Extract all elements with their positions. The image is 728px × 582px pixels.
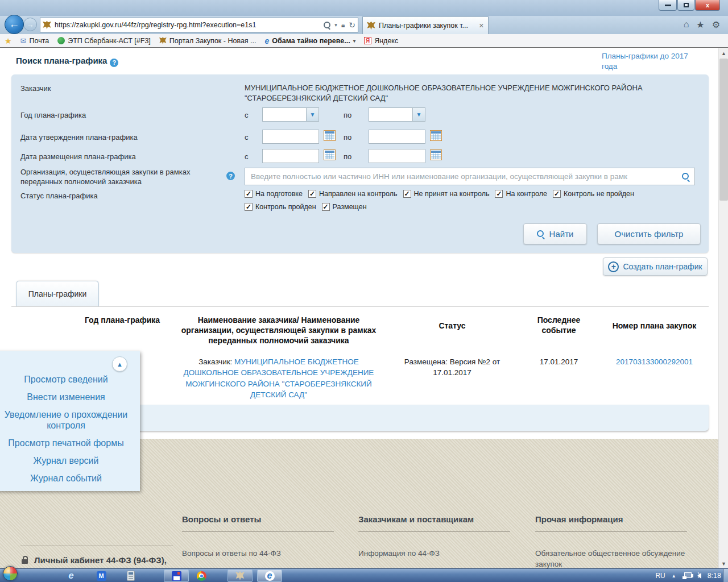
search-filter-panel: Заказчик МУНИЦИПАЛЬНОЕ БЮДЖЕТНОЕ ДОШКОЛЬ…: [11, 74, 709, 253]
checkbox-checked-icon[interactable]: ✓: [245, 203, 253, 211]
browser-tab[interactable]: Планы-графики закупок т... ✕: [362, 16, 489, 34]
collapse-menu-button[interactable]: ▲: [112, 356, 127, 372]
menu-item-control-notification[interactable]: Уведомление о прохождении контроля: [0, 409, 140, 431]
menu-item-view-details[interactable]: Просмотр сведений: [0, 374, 140, 385]
close-button[interactable]: x: [695, 0, 720, 11]
scroll-down-icon[interactable]: ▼: [719, 559, 728, 568]
start-button[interactable]: [3, 566, 18, 581]
status-checkbox[interactable]: ✓Размещен: [322, 203, 367, 211]
network-icon[interactable]: [682, 572, 691, 579]
footer-link[interactable]: Обязательное общественное обсуждение зак…: [535, 548, 712, 570]
menu-item-make-changes[interactable]: Внести изменения: [0, 392, 140, 402]
clear-filter-button[interactable]: Очистить фильтр: [597, 223, 701, 244]
favorite-feed[interactable]: e Обама тайно переве... ▾: [265, 36, 356, 45]
favorites-add-icon[interactable]: ★: [5, 36, 12, 45]
volume-icon[interactable]: [697, 573, 701, 579]
forward-button[interactable]: →: [23, 18, 37, 31]
status-checkbox[interactable]: ✓Не принят на контроль: [403, 190, 490, 198]
footer-col-title: Вопросы и ответы: [182, 514, 261, 524]
minimize-button[interactable]: [659, 0, 677, 11]
year-from-select[interactable]: ▼: [262, 107, 319, 122]
footer-link[interactable]: Информация по 44-ФЗ: [358, 548, 440, 559]
status-checkbox[interactable]: ✓Контроль пройден: [245, 203, 316, 211]
help-icon[interactable]: ?: [110, 59, 118, 67]
checkbox-checked-icon[interactable]: ✓: [245, 190, 253, 198]
placement-date-to-input[interactable]: [369, 149, 425, 163]
placement-date-from-input[interactable]: [262, 149, 319, 163]
address-bar[interactable]: https://zakupki.gov.ru/44fz/rpg/registry…: [40, 18, 358, 32]
table-header-status: Статус: [387, 307, 518, 352]
checkbox-checked-icon[interactable]: ✓: [495, 190, 503, 198]
approval-date-from-input[interactable]: [262, 130, 319, 144]
favorite-yandex[interactable]: Я Яндекс: [364, 37, 398, 45]
restore-button[interactable]: [677, 0, 694, 11]
show-desktop-button[interactable]: [723, 569, 728, 582]
search-dropdown-icon[interactable]: ▾: [334, 22, 337, 28]
taskbar-app-m-icon[interactable]: M: [96, 570, 107, 581]
from-label: с: [245, 152, 249, 161]
back-button[interactable]: ←: [5, 15, 24, 34]
year-to-select[interactable]: ▼: [369, 107, 425, 122]
approval-date-label: Дата утверждения плана-графика: [20, 133, 138, 143]
favorite-mail[interactable]: ✉ Почта: [20, 36, 49, 45]
table-row-status-cell: Размещена: Версия №2 от 17.01.2017: [387, 352, 518, 409]
refresh-icon[interactable]: ↻: [349, 20, 355, 30]
footer-col-title: Прочая информация: [535, 514, 623, 524]
taskbar-save-app[interactable]: [164, 569, 189, 582]
checkbox-checked-icon[interactable]: ✓: [553, 190, 561, 198]
search-icon: [537, 230, 545, 238]
checkbox-checked-icon[interactable]: ✓: [308, 190, 316, 198]
plan-number-link[interactable]: 201703133000292001: [616, 357, 693, 366]
calendar-icon[interactable]: [430, 130, 442, 141]
tab-plans[interactable]: Планы-графики: [16, 281, 99, 306]
status-checkbox[interactable]: ✓На контроле: [495, 190, 547, 198]
favorite-sberbank[interactable]: ЭТП Сбербанк-АСТ [#F3]: [57, 37, 151, 45]
calendar-icon[interactable]: [324, 149, 336, 160]
help-icon[interactable]: ?: [226, 172, 235, 180]
footer-link[interactable]: Вопросы и ответы по 44-ФЗ: [182, 548, 281, 559]
chevron-down-icon[interactable]: ▾: [353, 38, 356, 44]
clock[interactable]: 8:18: [708, 572, 721, 580]
search-icon[interactable]: [682, 173, 690, 181]
taskbar-ie-icon[interactable]: e: [65, 570, 77, 581]
menu-item-print-form[interactable]: Просмотр печатной формы: [0, 438, 140, 448]
checkbox-checked-icon[interactable]: ✓: [403, 190, 411, 198]
calendar-icon[interactable]: [430, 149, 442, 160]
tray-expand-icon[interactable]: ▲: [672, 573, 676, 579]
taskbar-ie-active-app[interactable]: e: [257, 569, 282, 582]
status-checkbox[interactable]: ✓На подготовке: [245, 190, 303, 198]
status-checkbox[interactable]: ✓Направлен на контроль: [308, 190, 398, 198]
plans-before-2017-link[interactable]: Планы-графики до 2017 года: [602, 51, 694, 72]
calendar-icon[interactable]: [324, 130, 336, 141]
lock-icon: [22, 559, 28, 564]
create-plan-button[interactable]: + Создать план-график: [603, 257, 708, 276]
menu-item-event-log[interactable]: Журнал событий: [0, 473, 140, 484]
status-checkbox[interactable]: ✓Контроль не пройден: [553, 190, 634, 198]
org-search-field: [245, 168, 695, 185]
table-row-number-cell: 201703133000292001: [600, 352, 709, 409]
settings-gear-icon[interactable]: ⚙: [712, 19, 720, 30]
scrollbar-thumb[interactable]: [719, 59, 728, 201]
checkbox-checked-icon[interactable]: ✓: [322, 203, 330, 211]
home-icon[interactable]: ⌂: [684, 19, 689, 30]
tab-close-icon[interactable]: ✕: [479, 22, 484, 30]
table-header-menu: [11, 307, 74, 352]
taskbar-chrome-icon[interactable]: [196, 570, 207, 581]
menu-item-version-log[interactable]: Журнал версий: [0, 455, 140, 466]
url-text[interactable]: https://zakupki.gov.ru/44fz/rpg/registry…: [55, 21, 324, 29]
yandex-icon: Я: [364, 37, 371, 44]
eagle-icon: [235, 571, 245, 580]
search-icon[interactable]: [324, 22, 330, 28]
dropdown-arrow-icon[interactable]: ▼: [306, 108, 318, 121]
taskbar-portal-app[interactable]: [228, 569, 253, 582]
favorite-portal[interactable]: Портал Закупок - Новая ...: [159, 37, 257, 45]
find-button[interactable]: Найти: [523, 223, 587, 244]
page-scrollbar[interactable]: ▲ ▼: [718, 48, 728, 568]
scroll-up-icon[interactable]: ▲: [719, 48, 728, 58]
taskbar-calculator-icon[interactable]: [125, 570, 136, 581]
approval-date-to-input[interactable]: [369, 130, 425, 144]
favorites-star-icon[interactable]: ★: [696, 19, 704, 30]
language-indicator[interactable]: RU: [655, 572, 665, 580]
org-search-input[interactable]: [250, 172, 682, 181]
dropdown-arrow-icon[interactable]: ▼: [412, 108, 425, 121]
